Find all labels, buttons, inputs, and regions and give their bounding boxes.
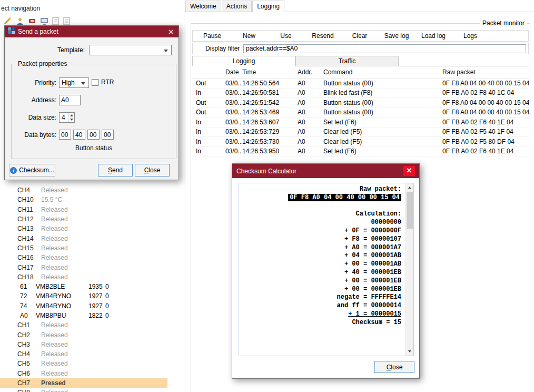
- packet-row[interactable]: In03/0...14:26:53:607A0Set led (F6)0F FB…: [192, 117, 529, 128]
- close-icon[interactable]: ✕: [403, 166, 415, 176]
- module-row[interactable]: 74VMB4RYNO19270: [0, 301, 184, 311]
- channel-row[interactable]: CH7Pressed: [0, 378, 167, 388]
- packet-row[interactable]: In03/0...14:26:53:730A0Clear led (F5)0F …: [192, 137, 529, 147]
- save-log-button[interactable]: Save log: [378, 31, 415, 41]
- spin-up-icon[interactable]: [68, 113, 74, 117]
- checksum-line: negate = FFFFFE14: [239, 293, 401, 302]
- open-file-icon[interactable]: [52, 17, 60, 25]
- spin-down-icon[interactable]: [68, 117, 74, 122]
- channel-state: 15.5 °C: [41, 196, 62, 203]
- wand-icon[interactable]: [3, 17, 12, 25]
- channel-id: CH4: [17, 350, 41, 358]
- pm-tab-logging[interactable]: Logging: [192, 56, 295, 66]
- checksum-line: + 04 = 000001AB: [239, 252, 401, 260]
- channel-row[interactable]: CH4Released: [0, 349, 184, 359]
- channel-row[interactable]: CH4Released: [0, 185, 184, 195]
- channel-row[interactable]: CH14Released: [0, 233, 184, 243]
- channel-row[interactable]: CH18Released: [0, 272, 184, 282]
- use-button[interactable]: Use: [268, 31, 304, 41]
- checksum-calculator-titlebar[interactable]: Checksum Calculator ✕: [232, 164, 419, 178]
- scroll-down-icon[interactable]: [406, 348, 413, 356]
- scrollbar[interactable]: [406, 183, 413, 356]
- rtr-checkbox[interactable]: [92, 79, 98, 86]
- packet-row[interactable]: Out03/0...14:26:53:469A0Button status (0…: [192, 108, 529, 118]
- resend-button[interactable]: Resend: [304, 31, 341, 41]
- module-row[interactable]: 61VMB2BLE19350: [0, 282, 184, 291]
- tab-logging[interactable]: Logging: [252, 1, 284, 12]
- module-row[interactable]: A0VMB8PBU18220: [0, 311, 184, 320]
- channel-state: Released: [41, 206, 68, 213]
- checksum-button[interactable]: i Checksum...: [9, 164, 55, 177]
- tab-welcome[interactable]: Welcome: [185, 1, 221, 12]
- address-input[interactable]: [59, 95, 81, 105]
- send-packet-titlebar[interactable]: Send a packet ✕: [5, 26, 179, 37]
- close-button[interactable]: Close: [374, 361, 414, 373]
- rtr-label: RTR: [101, 79, 114, 86]
- packet-cell: 0F F8 A0 04 00 40 00 00 15 04: [442, 80, 529, 87]
- channel-row[interactable]: CH17Released: [0, 262, 184, 272]
- scrollbar-thumb[interactable]: [407, 192, 413, 229]
- packet-row[interactable]: In03/0...14:26:50:581A0Blink led fast (F…: [192, 89, 529, 99]
- logs-button[interactable]: Logs: [452, 31, 489, 41]
- checksum-button-label: Checksum...: [19, 166, 54, 174]
- data-size-stepper[interactable]: 4: [59, 112, 75, 123]
- checksum-line: Calculation:: [239, 210, 401, 219]
- packet-cell: 03/0...: [225, 119, 242, 126]
- load-log-button[interactable]: Load log: [415, 31, 452, 41]
- channel-row[interactable]: CH13Released: [0, 224, 184, 233]
- close-icon[interactable]: ✕: [166, 28, 175, 36]
- monitor-icon[interactable]: [40, 17, 48, 25]
- scroll-up-icon[interactable]: [406, 183, 413, 191]
- pm-tab-traffic[interactable]: Traffic: [295, 56, 399, 66]
- channel-row[interactable]: CH5Released: [0, 359, 184, 368]
- channel-row[interactable]: CH3Released: [0, 340, 184, 349]
- template-select[interactable]: [89, 45, 172, 55]
- channel-row[interactable]: CH2Released: [0, 330, 184, 339]
- column-header: Raw packet: [442, 68, 529, 76]
- channel-row[interactable]: CH11Released: [0, 205, 184, 214]
- channel-id: CH16: [17, 254, 41, 261]
- packet-row[interactable]: Out03/0...14:26:51:542A0Button status (0…: [192, 98, 529, 108]
- packet-row[interactable]: In03/0...14:26:53:950A0Set led (F6)0F FB…: [192, 147, 529, 157]
- channel-id: CH14: [17, 235, 41, 242]
- save-file-icon[interactable]: [63, 17, 71, 25]
- data-byte-input[interactable]: [102, 130, 114, 140]
- display-filter-input[interactable]: [243, 44, 526, 53]
- priority-select[interactable]: High: [59, 77, 89, 88]
- packet-cell: 14:26:53:607: [242, 119, 298, 126]
- tab-actions[interactable]: Actions: [222, 1, 252, 12]
- channel-row[interactable]: CH1Released: [0, 320, 184, 330]
- info-icon: i: [10, 167, 17, 174]
- checksum-line: Raw packet:: [239, 185, 401, 194]
- checksum-line: + 00 = 000001AB: [239, 260, 401, 269]
- send-button[interactable]: Send: [98, 164, 133, 177]
- module-name: VMB4RYNO: [36, 302, 88, 310]
- channel-id: CH7: [17, 379, 41, 387]
- channel-row[interactable]: CH6Released: [0, 369, 184, 378]
- priority-label: Priority:: [12, 79, 56, 86]
- packet-cell: 0F FB A0 02 F6 40 1E 04: [442, 119, 529, 126]
- close-button[interactable]: Close: [135, 164, 170, 177]
- data-byte-input[interactable]: [59, 130, 71, 140]
- channel-row[interactable]: CH16Released: [0, 253, 184, 262]
- packet-row[interactable]: Out03/0...14:26:50:564A0Button status (0…: [192, 79, 529, 89]
- checksum-text-area[interactable]: Raw packet:0F F8 A0 04 00 40 00 00 15 04…: [239, 183, 414, 356]
- channel-row[interactable]: CH8Released: [0, 388, 184, 392]
- module-name: VMB8PBU: [36, 312, 88, 319]
- user-icon[interactable]: [16, 17, 24, 25]
- packet-properties-group: Packet properties Priority: High RTR Add…: [11, 64, 176, 159]
- channel-row[interactable]: CH1015.5 °C: [0, 195, 184, 204]
- new-button[interactable]: New: [231, 31, 268, 41]
- channel-row[interactable]: CH12Released: [0, 214, 184, 224]
- packet-row[interactable]: In03/0...14:26:53:729A0Clear led (F5)0F …: [192, 128, 529, 138]
- checksum-line: 0F F8 A0 04 00 40 00 00 15 04: [239, 194, 401, 202]
- clear-button[interactable]: Clear: [341, 31, 378, 41]
- pause-button[interactable]: Pause: [194, 31, 231, 41]
- packet-cell: 0F FB A0 02 F5 80 DF 04: [442, 138, 529, 145]
- module-row[interactable]: 72VMB4RYNO19270: [0, 291, 184, 301]
- channel-row[interactable]: CH15Released: [0, 243, 184, 253]
- plug-icon[interactable]: [28, 17, 36, 25]
- send-packet-dialog: Send a packet ✕ Template: Packet propert…: [4, 25, 179, 180]
- data-byte-input[interactable]: [87, 130, 100, 140]
- data-byte-input[interactable]: [73, 130, 85, 140]
